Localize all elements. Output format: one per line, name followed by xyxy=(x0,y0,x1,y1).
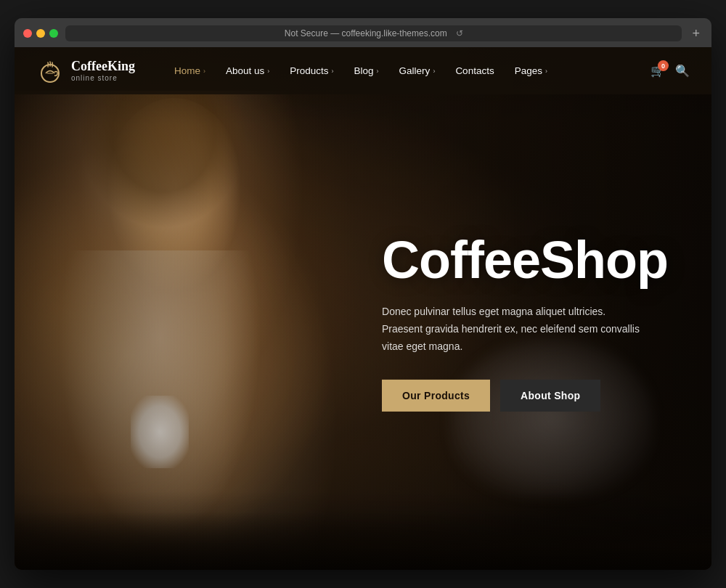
maximize-button[interactable] xyxy=(49,29,58,38)
chevron-down-icon: › xyxy=(545,68,547,75)
logo-brand-name: CoffeeKing xyxy=(71,60,135,74)
chevron-down-icon: › xyxy=(332,68,334,75)
nav-links: Home › About us › Products › Blog › Gall… xyxy=(164,60,650,82)
close-button[interactable] xyxy=(23,29,32,38)
nav-item-products[interactable]: Products › xyxy=(280,60,343,82)
hero-content: CoffeeShop Donec pulvinar tellus eget ma… xyxy=(382,234,668,412)
traffic-lights xyxy=(23,29,58,38)
navbar: CoffeeKing online store Home › About us … xyxy=(15,47,711,94)
nav-item-gallery[interactable]: Gallery › xyxy=(389,60,446,82)
nav-item-blog[interactable]: Blog › xyxy=(344,60,389,82)
bottom-brush-overlay xyxy=(15,512,711,570)
minimize-button[interactable] xyxy=(36,29,45,38)
cart-count: 0 xyxy=(658,60,669,71)
site-container: CoffeeKing online store Home › About us … xyxy=(15,47,711,570)
hero-title: CoffeeShop xyxy=(382,234,668,286)
chevron-down-icon: › xyxy=(267,68,269,75)
browser-window: Not Secure — coffeeking.like-themes.com … xyxy=(15,18,711,570)
browser-chrome: Not Secure — coffeeking.like-themes.com … xyxy=(15,18,711,47)
logo-text: CoffeeKing online store xyxy=(71,60,135,82)
address-text: Not Secure — coffeeking.like-themes.com xyxy=(285,28,447,38)
nav-item-home[interactable]: Home › xyxy=(164,60,216,82)
nav-item-about[interactable]: About us › xyxy=(216,60,280,82)
about-shop-button[interactable]: About Shop xyxy=(500,380,600,412)
new-tab-button[interactable]: + xyxy=(689,26,703,41)
reload-icon[interactable]: ↺ xyxy=(456,28,463,38)
logo[interactable]: CoffeeKing online store xyxy=(36,57,135,85)
hero-description: Donec pulvinar tellus eget magna aliquet… xyxy=(382,303,668,355)
our-products-button[interactable]: Our Products xyxy=(382,380,490,412)
logo-tagline: online store xyxy=(71,74,135,82)
chevron-down-icon: › xyxy=(203,68,205,75)
nav-item-contacts[interactable]: Contacts xyxy=(445,60,504,82)
nav-item-pages[interactable]: Pages › xyxy=(505,60,558,82)
cart-button[interactable]: 0 🛒 xyxy=(650,64,665,78)
logo-icon xyxy=(36,57,64,85)
chevron-down-icon: › xyxy=(377,68,379,75)
chevron-down-icon: › xyxy=(433,68,435,75)
address-bar[interactable]: Not Secure — coffeeking.like-themes.com … xyxy=(65,25,682,41)
search-icon[interactable]: 🔍 xyxy=(675,64,690,78)
hero-buttons: Our Products About Shop xyxy=(382,380,668,412)
nav-right: 0 🛒 🔍 xyxy=(650,64,690,78)
